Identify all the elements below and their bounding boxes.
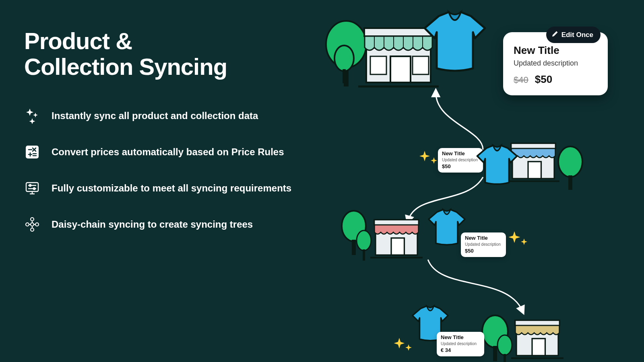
- sparkle-icon: [419, 151, 439, 167]
- calculator-icon: [24, 144, 40, 160]
- feature-row: Instantly sync all product and collectio…: [24, 108, 314, 124]
- sync-card-title: New Title: [441, 334, 480, 341]
- edit-card: Edit Once New Title Updated description …: [503, 32, 608, 95]
- network-tree-icon: [24, 216, 40, 232]
- sync-card: New Title Updated description € 34: [437, 332, 484, 356]
- svg-rect-37: [390, 56, 411, 82]
- svg-rect-53: [391, 238, 405, 255]
- illustration-area: Edit Once New Title Updated description …: [334, 8, 632, 354]
- svg-point-57: [497, 335, 512, 355]
- title-line2: Collection Syncing: [24, 53, 227, 80]
- store-illustration: [511, 314, 564, 361]
- svg-rect-60: [515, 320, 560, 325]
- feature-text: Instantly sync all product and collectio…: [52, 110, 258, 121]
- svg-point-19: [31, 228, 34, 231]
- svg-rect-50: [363, 249, 365, 261]
- svg-rect-61: [532, 339, 545, 356]
- svg-point-41: [558, 146, 582, 177]
- svg-rect-42: [568, 175, 572, 190]
- pencil-icon: [552, 31, 558, 39]
- svg-point-17: [26, 223, 29, 226]
- edit-pill-label: Edit Once: [561, 31, 593, 39]
- sync-card-title: New Title: [465, 235, 502, 242]
- svg-rect-52: [374, 220, 419, 225]
- svg-rect-8: [26, 183, 38, 191]
- left-column: Product & Collection Syncing Instantly s…: [24, 28, 314, 253]
- sync-card: New Title Updated description $50: [461, 232, 506, 257]
- tree-icon: [332, 44, 356, 84]
- feature-text: Daisy-chain syncing to create syncing tr…: [52, 219, 253, 230]
- edit-card-desc: Updated description: [514, 59, 597, 68]
- title-line1: Product &: [24, 28, 132, 54]
- svg-rect-0: [26, 146, 39, 158]
- edit-card-title: New Title: [514, 44, 597, 57]
- svg-rect-27: [343, 69, 346, 83]
- sync-card-desc: Updated description: [465, 242, 502, 247]
- svg-point-18: [35, 223, 39, 226]
- sparkles-icon: [24, 108, 40, 124]
- tshirt-icon: [473, 143, 521, 188]
- store-illustration: [370, 213, 423, 260]
- svg-rect-38: [370, 56, 386, 74]
- settings-monitor-icon: [24, 180, 40, 196]
- sparkle-icon: [392, 338, 413, 355]
- svg-rect-45: [528, 162, 541, 179]
- svg-point-26: [334, 45, 354, 71]
- sparkle-icon: [507, 231, 529, 249]
- sync-card-price: € 34: [441, 347, 480, 354]
- sync-card-desc: Updated description: [441, 341, 480, 346]
- tshirt-icon: [419, 8, 491, 76]
- svg-point-49: [357, 230, 371, 251]
- tree-icon: [555, 145, 586, 191]
- feature-row: Daisy-chain syncing to create syncing tr…: [24, 216, 314, 232]
- svg-point-16: [31, 223, 34, 226]
- edit-card-new-price: $50: [535, 73, 552, 86]
- svg-point-15: [31, 218, 34, 221]
- svg-rect-58: [504, 354, 506, 362]
- sync-card-price: $50: [465, 248, 502, 255]
- svg-point-12: [29, 184, 31, 186]
- feature-row: Convert prices automatically based on Pr…: [24, 144, 314, 160]
- page-title: Product & Collection Syncing: [24, 28, 314, 80]
- feature-text: Convert prices automatically based on Pr…: [52, 146, 284, 158]
- feature-text: Fully customizable to meet all syncing r…: [52, 183, 291, 194]
- feature-row: Fully customizable to meet all syncing r…: [24, 180, 314, 196]
- svg-point-14: [33, 187, 35, 189]
- edit-pill: Edit Once: [546, 27, 601, 43]
- edit-card-old-price: $40: [514, 75, 528, 85]
